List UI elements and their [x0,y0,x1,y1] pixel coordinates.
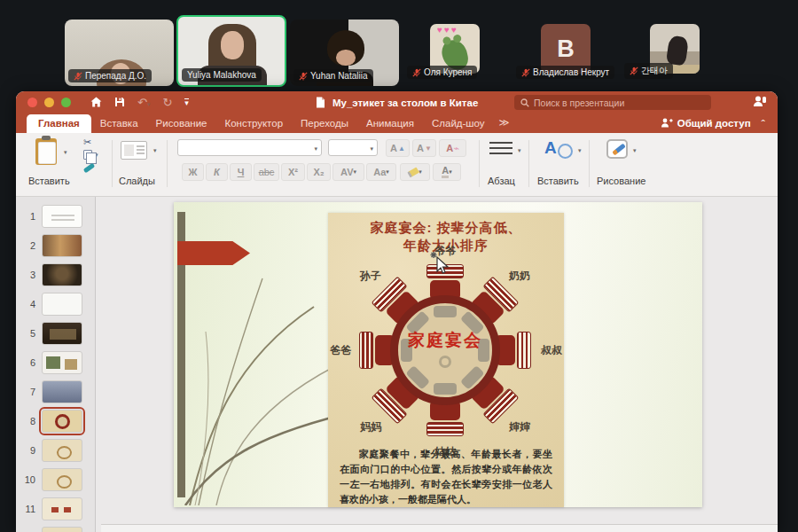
thumbnail-row-4[interactable]: 4 [16,293,95,316]
avatar-letter: B [557,35,575,63]
character-spacing-button[interactable]: AV▾ [332,163,364,181]
tab-perekhody[interactable]: Переходы [292,114,357,133]
selected-thumbnail-ring [39,407,85,435]
slide-editing-canvas[interactable]: 家庭宴会: 按辈分高低、 年龄大小排序 [96,197,778,532]
slide-thumbnail[interactable] [42,293,82,316]
slide-thumbnail[interactable] [42,205,82,228]
document-icon [316,97,325,108]
thumbnail-row-6[interactable]: 6 [16,351,95,374]
tab-animatsiya[interactable]: Анимация [357,114,423,133]
notes-pane-divider[interactable] [101,524,778,532]
tab-risovanie[interactable]: Рисование [147,114,216,133]
seat-label-grandmother: 奶奶 [509,269,530,284]
subscript-button[interactable]: X₂ [307,163,331,181]
seat-label-uncle: 叔叔 [541,343,562,358]
highlighter-icon [407,167,419,177]
thumbnail-row-7[interactable]: 7 [16,380,95,403]
video-tile-olya[interactable]: ♥♥♥ Оля Куреня [403,20,512,86]
slide-thumbnail[interactable] [42,439,82,462]
draw-icon[interactable] [606,139,628,159]
participant-name: Оля Куреня [424,67,472,77]
insert-text-icon[interactable]: A [544,138,569,160]
participant-name-pill: 간태아 [624,63,673,79]
mic-muted-icon [299,72,308,81]
font-color-button[interactable]: А▾ [433,163,461,181]
slides-label[interactable]: Слайды [119,176,155,186]
superscript-button[interactable]: X² [281,163,305,181]
save-button[interactable] [114,97,125,107]
change-case-button[interactable]: Аа▾ [366,163,396,181]
home-button[interactable] [90,97,102,107]
italic-button[interactable]: К [206,163,228,181]
thumbnail-row-9[interactable]: 9 [16,439,95,462]
font-size-combobox[interactable]: ▾ [328,139,378,156]
participant-name-pill: Yuhan Nataliia [293,69,373,82]
thumbnail-row-8-selected[interactable]: 8 [16,410,95,433]
paste-label[interactable]: Вставить [28,176,70,186]
video-tile-yuhan[interactable]: Yuhan Nataliia [290,20,399,86]
participant-name-pill: Оля Куреня [407,66,477,79]
clear-formatting-button[interactable]: А⌁ [439,139,466,157]
format-painter-icon[interactable] [83,163,96,174]
current-slide[interactable]: 家庭宴会: 按辈分高低、 年龄大小排序 [174,202,702,507]
maximize-window-button[interactable] [61,98,71,107]
copy-icon[interactable] [83,150,92,160]
slide-thumbnail[interactable] [42,497,82,520]
redo-button[interactable]: ↻ [162,96,172,109]
slide-thumbnail[interactable] [42,527,82,532]
video-tile-yuliya-active-speaker[interactable]: Yuliya Malakhova [176,15,286,87]
slides-dropdown-caret[interactable]: ▾ [153,147,157,154]
slide-thumbnail-panel[interactable]: 1 2 3 4 5 6 7 8 9 10 11 [16,197,96,532]
tab-slide-show[interactable]: Слайд-шоу [423,114,494,133]
underline-button[interactable]: Ч [230,163,252,181]
bold-button[interactable]: Ж [182,163,204,181]
video-tile-perepada[interactable]: Перепада Д.О. [65,20,174,86]
paragraph-label[interactable]: Абзац [488,176,515,186]
font-name-combobox[interactable]: ▾ [177,139,322,156]
thumbnail-row-2[interactable]: 2 [16,234,95,257]
cut-icon[interactable]: ✂ [83,137,98,147]
increase-font-size-button[interactable]: А▲ [386,139,410,157]
thumbnail-row-5[interactable]: 5 [16,322,95,345]
close-window-button[interactable] [27,98,37,107]
undo-button[interactable]: ↶▾ [137,96,150,109]
tab-konstruktor[interactable]: Конструктор [215,114,292,133]
paste-dropdown-caret[interactable]: ▾ [64,149,67,156]
thumbnail-row-1[interactable]: 1 [16,205,95,228]
thumbnail-row-11[interactable]: 11 [16,497,95,520]
decrease-font-size-button[interactable]: А▼ [412,139,436,157]
search-input[interactable]: Поиск в презентации [514,95,711,110]
video-tile-gantaea[interactable]: 간태아 [621,20,729,86]
thumbnail-row-12-partial[interactable] [16,527,95,532]
tab-vstavka[interactable]: Вставка [91,114,147,133]
participant-name: 간태아 [641,65,668,77]
slide-thumbnail[interactable] [42,263,82,286]
slide-thumbnail[interactable] [42,468,82,491]
seat-label-mother: 妈妈 [360,419,381,434]
strikethrough-button[interactable]: abc [254,163,279,181]
account-icon[interactable] [753,95,767,108]
slide-thumbnail[interactable] [42,351,82,374]
text-highlight-button[interactable]: ▾ [400,163,430,181]
ribbon-display-options-icon[interactable]: ▾ [184,98,189,106]
seated-person-photo [666,35,689,66]
thumbnail-row-3[interactable]: 3 [16,263,95,286]
tab-glavnaya[interactable]: Главная [27,114,91,133]
slide-thumbnail[interactable] [42,322,82,345]
draw-label[interactable]: Рисование [597,176,645,186]
more-tabs-chevron[interactable]: ≫ [494,113,514,133]
paste-icon[interactable] [35,138,57,165]
collapse-ribbon-icon[interactable]: ⌃ [760,119,767,127]
slide-thumbnail[interactable] [42,234,82,257]
new-slide-icon[interactable] [121,141,147,160]
paragraph-icon[interactable] [489,142,512,156]
video-tile-vladislav[interactable]: B Владислав Некрут [512,20,621,86]
share-button[interactable]: Общий доступ [661,118,751,129]
slide-thumbnail[interactable] [42,410,82,433]
poster-paragraph: 家庭聚餐中，辈分最高、年龄最长者，要坐在面向门口的中心位置。然后按辈分或年龄依次… [340,447,552,507]
slide-thumbnail[interactable] [42,380,82,403]
mic-muted-icon [630,66,638,75]
insert-label[interactable]: Вставить [537,176,579,186]
minimize-window-button[interactable] [44,98,54,107]
thumbnail-row-10[interactable]: 10 [16,468,95,491]
